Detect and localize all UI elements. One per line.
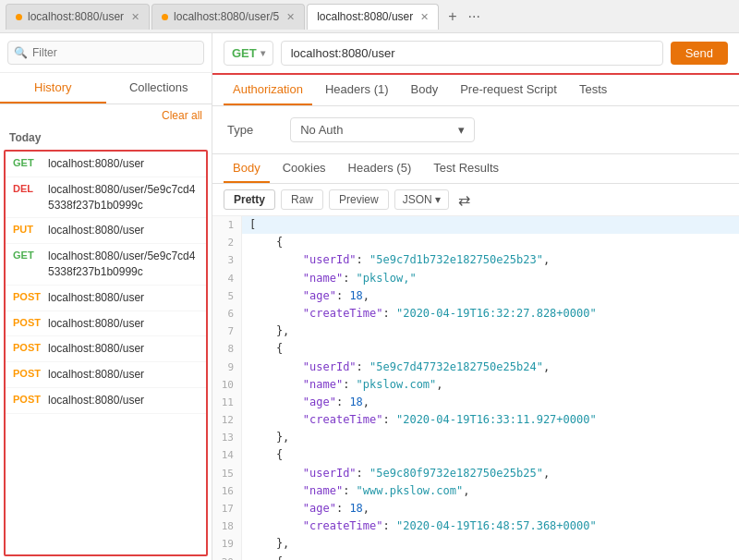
history-url: localhost:8080/user: [48, 316, 144, 332]
body-format-raw-button[interactable]: Raw: [281, 189, 323, 210]
history-url: localhost:8080/user: [48, 367, 144, 383]
line-number: 4: [212, 270, 242, 287]
sidebar: 🔍 History Collections Clear all Today GE…: [0, 33, 212, 560]
tab-3-close[interactable]: ✕: [420, 11, 429, 23]
line-content: "name": "pkslow,": [242, 270, 417, 287]
add-tab-button[interactable]: +: [444, 6, 460, 27]
json-line: 14 {: [212, 446, 739, 464]
auth-type-select[interactable]: No Auth ▾: [290, 117, 475, 142]
history-item[interactable]: POSTlocalhost:8080/user: [6, 362, 206, 388]
tab-2[interactable]: localhost:8080/user/5 ✕: [151, 4, 305, 30]
sidebar-tab-collections[interactable]: Collections: [106, 73, 212, 103]
send-button[interactable]: Send: [671, 42, 728, 65]
tab-1-close[interactable]: ✕: [131, 11, 139, 23]
line-content: "age": 18,: [242, 287, 370, 305]
sidebar-tab-history[interactable]: History: [0, 73, 106, 103]
history-item[interactable]: POSTlocalhost:8080/user: [6, 286, 206, 311]
history-url: localhost:8080/user: [48, 223, 144, 238]
search-wrap: 🔍: [7, 41, 204, 65]
tab-3-label: localhost:8080/user: [317, 10, 413, 23]
search-input[interactable]: [7, 41, 204, 65]
resp-tabs: BodyCookiesHeaders (5)Test Results: [212, 154, 739, 184]
line-content: "userId": "5e9c7d47732e182750e25b24",: [242, 359, 550, 376]
request-bar: GET ▾ Send: [212, 33, 739, 75]
line-content: {: [242, 554, 283, 560]
history-item[interactable]: POSTlocalhost:8080/user: [6, 311, 206, 337]
clear-all-link[interactable]: Clear all: [162, 109, 202, 122]
more-tabs-button[interactable]: ···: [465, 6, 484, 27]
history-item[interactable]: POSTlocalhost:8080/user: [6, 388, 206, 414]
body-toolbar: PrettyRawPreviewJSON▾⇄: [212, 184, 739, 216]
method-select[interactable]: GET ▾: [224, 41, 273, 66]
line-content: "age": 18,: [242, 500, 370, 517]
history-url: localhost:8080/user: [48, 156, 144, 172]
tab-bar: localhost:8080/user ✕ localhost:8080/use…: [0, 0, 739, 33]
tab-dot-1: [16, 14, 22, 20]
req-tab-body[interactable]: Body: [402, 75, 448, 105]
search-icon: 🔍: [14, 46, 28, 59]
sidebar-search-area: 🔍: [0, 33, 212, 73]
tab-2-close[interactable]: ✕: [286, 11, 295, 23]
auth-chevron-icon: ▾: [458, 123, 465, 137]
line-number: 15: [212, 465, 242, 482]
req-tab-pre-request-script[interactable]: Pre-request Script: [451, 75, 566, 105]
body-type-select[interactable]: JSON▾: [394, 189, 449, 210]
json-line: 10 "name": "pkslow.com",: [212, 376, 739, 394]
json-line: 20 {: [212, 554, 739, 560]
auth-type-value: No Auth: [300, 123, 343, 137]
auth-type-label: Type: [227, 123, 253, 137]
line-content: "name": "www.pkslow.com",: [242, 482, 469, 500]
line-content: "createTime": "2020-04-19T16:48:57.368+0…: [242, 517, 597, 535]
line-number: 7: [212, 323, 242, 340]
line-number: 5: [212, 287, 242, 305]
history-method: POST: [13, 290, 42, 302]
req-tab-headers-1[interactable]: Headers (1): [316, 75, 398, 105]
line-number: 12: [212, 411, 242, 429]
line-number: 3: [212, 251, 242, 269]
tab-3[interactable]: localhost:8080/user ✕: [307, 4, 439, 30]
line-number: 18: [212, 517, 242, 535]
json-line: 13 },: [212, 429, 739, 446]
json-line: 17 "age": 18,: [212, 500, 739, 517]
line-number: 1: [212, 216, 242, 234]
auth-section: Type No Auth ▾: [212, 106, 739, 154]
history-item[interactable]: DELlocalhost:8080/user/5e9c7cd45338f237b…: [6, 177, 206, 219]
history-url: localhost:8080/user: [48, 290, 144, 306]
tab-dot-2: [162, 14, 168, 20]
tab-1[interactable]: localhost:8080/user ✕: [6, 4, 150, 30]
tab-actions: + ···: [444, 6, 484, 27]
history-method: GET: [13, 156, 42, 168]
json-line: 9 "userId": "5e9c7d47732e182750e25b24",: [212, 359, 739, 376]
req-tab-tests[interactable]: Tests: [570, 75, 616, 105]
history-item[interactable]: POSTlocalhost:8080/user: [6, 336, 206, 362]
json-line: 8 {: [212, 340, 739, 358]
line-number: 2: [212, 234, 242, 251]
history-url: localhost:8080/user/5e9c7cd45338f237b1b0…: [48, 182, 199, 213]
req-tab-authorization[interactable]: Authorization: [224, 75, 312, 105]
url-input[interactable]: [281, 41, 663, 66]
line-content: {: [242, 446, 283, 464]
right-panel: GET ▾ Send AuthorizationHeaders (1)BodyP…: [212, 33, 739, 560]
json-line: 12 "createTime": "2020-04-19T16:33:11.92…: [212, 411, 739, 429]
body-format-preview-button[interactable]: Preview: [329, 189, 389, 210]
resp-tab-cookies[interactable]: Cookies: [273, 154, 335, 183]
history-url: localhost:8080/user: [48, 341, 144, 357]
line-number: 19: [212, 535, 242, 553]
resp-tab-headers-5[interactable]: Headers (5): [339, 154, 421, 183]
line-content: [: [242, 216, 256, 234]
history-item[interactable]: PUTlocalhost:8080/user: [6, 218, 206, 244]
line-content: "createTime": "2020-04-19T16:32:27.828+0…: [242, 305, 597, 323]
wrap-button[interactable]: ⇄: [458, 191, 470, 209]
line-content: },: [242, 429, 289, 446]
history-item[interactable]: GETlocalhost:8080/user/5e9c7cd45338f237b…: [6, 244, 206, 286]
line-number: 14: [212, 446, 242, 464]
history-item[interactable]: GETlocalhost:8080/user: [6, 152, 206, 177]
line-content: },: [242, 535, 289, 553]
body-format-pretty-button[interactable]: Pretty: [224, 189, 275, 210]
resp-tab-body[interactable]: Body: [224, 154, 270, 183]
resp-tab-test-results[interactable]: Test Results: [424, 154, 508, 183]
line-number: 11: [212, 394, 242, 411]
line-content: "userId": "5e9c7d1b732e182750e25b23",: [242, 251, 550, 269]
method-chevron-icon: ▾: [260, 48, 265, 58]
json-line: 1[: [212, 216, 739, 234]
